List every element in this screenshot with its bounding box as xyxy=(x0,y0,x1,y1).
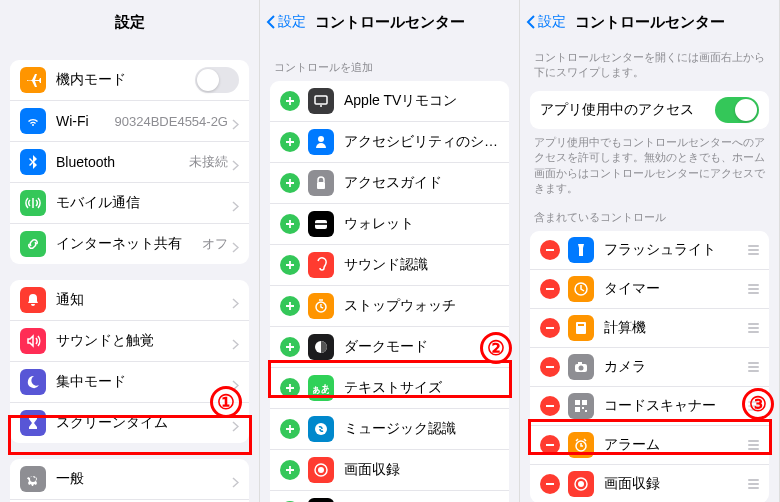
toggle[interactable] xyxy=(195,67,239,93)
reorder-handle[interactable] xyxy=(748,362,759,372)
row-label: ミュージック認識 xyxy=(344,420,499,438)
row-value: 未接続 xyxy=(189,153,228,171)
control-row[interactable]: アラーム xyxy=(530,426,769,465)
reorder-handle[interactable] xyxy=(748,440,759,450)
row-label: Apple TVリモコン xyxy=(344,92,499,110)
row-label: 機内モード xyxy=(56,71,195,89)
control-row[interactable]: ウォレット xyxy=(270,204,509,245)
access-while-using-apps-row[interactable]: アプリ使用中のアクセス xyxy=(530,91,769,129)
remove-button[interactable] xyxy=(540,357,560,377)
row-label: アクセシビリティのショート… xyxy=(344,133,499,151)
antenna-icon xyxy=(20,190,46,216)
back-button[interactable]: 設定 xyxy=(266,13,306,31)
control-row[interactable]: ストップウォッチ xyxy=(270,286,509,327)
camera-icon xyxy=(568,354,594,380)
svg-point-11 xyxy=(318,136,324,142)
control-row[interactable]: カメラ xyxy=(530,348,769,387)
row-label: アラーム xyxy=(604,436,748,454)
row-label: モバイル通信 xyxy=(56,194,232,212)
remove-button[interactable] xyxy=(540,435,560,455)
row-label: 通知 xyxy=(56,291,232,309)
chevron-right-icon xyxy=(232,239,239,250)
settings-row[interactable]: Bluetooth未接続 xyxy=(10,142,249,183)
page-title: 設定 xyxy=(115,13,145,32)
description: アプリ使用中でもコントロールセンターへのアクセスを許可します。無効のときでも、ホ… xyxy=(520,129,779,197)
reorder-handle[interactable] xyxy=(748,284,759,294)
add-button[interactable] xyxy=(280,132,300,152)
remove-button[interactable] xyxy=(540,474,560,494)
row-label: タイマー xyxy=(604,280,748,298)
control-row[interactable]: 画面収録 xyxy=(270,450,509,491)
reorder-handle[interactable] xyxy=(748,245,759,255)
tv-icon xyxy=(308,88,334,114)
control-row[interactable]: サウンド認識 xyxy=(270,245,509,286)
add-button[interactable] xyxy=(280,337,300,357)
page-title: コントロールセンター xyxy=(575,13,725,32)
row-label: 一般 xyxy=(56,470,232,488)
badge-3: ③ xyxy=(742,388,774,420)
back-button[interactable]: 設定 xyxy=(526,13,566,31)
add-button[interactable] xyxy=(280,378,300,398)
control-center-panel: 設定 コントロールセンター コントロールセンターを開くには画面右上から下にスワイ… xyxy=(520,0,780,502)
row-label: 画面収録 xyxy=(604,475,748,493)
darkmode-icon xyxy=(308,334,334,360)
settings-row[interactable]: Wi-Fi90324BDE4554-2G xyxy=(10,101,249,142)
reorder-handle[interactable] xyxy=(748,479,759,489)
control-row[interactable]: コードスキャナー xyxy=(530,387,769,426)
svg-rect-36 xyxy=(585,410,587,412)
row-label: 画面収録 xyxy=(344,461,499,479)
row-label: カメラ xyxy=(604,358,748,376)
remove-button[interactable] xyxy=(540,396,560,416)
svg-rect-31 xyxy=(578,362,582,364)
row-label: 計算機 xyxy=(604,319,748,337)
svg-point-20 xyxy=(318,467,324,473)
flashlight-icon xyxy=(568,237,594,263)
remove-button[interactable] xyxy=(540,318,560,338)
control-row[interactable]: ぁあテキストサイズ xyxy=(270,368,509,409)
control-row[interactable]: 計算機 xyxy=(530,309,769,348)
hourglass-icon xyxy=(20,410,46,436)
add-button[interactable] xyxy=(280,173,300,193)
settings-row[interactable]: サウンドと触覚 xyxy=(10,321,249,362)
add-button[interactable] xyxy=(280,296,300,316)
remove-button[interactable] xyxy=(540,279,560,299)
add-button[interactable] xyxy=(280,419,300,439)
row-label: コードスキャナー xyxy=(604,397,748,415)
control-row[interactable]: 拡大鏡 xyxy=(270,491,509,502)
control-row[interactable]: アクセシビリティのショート… xyxy=(270,122,509,163)
settings-row[interactable]: インターネット共有オフ xyxy=(10,224,249,264)
row-label: ウォレット xyxy=(344,215,499,233)
add-button[interactable] xyxy=(280,460,300,480)
chevron-right-icon xyxy=(232,377,239,388)
control-row[interactable]: Apple TVリモコン xyxy=(270,81,509,122)
row-label: スクリーンタイム xyxy=(56,414,232,432)
control-row[interactable]: アクセスガイド xyxy=(270,163,509,204)
settings-row[interactable]: 通知 xyxy=(10,280,249,321)
svg-point-39 xyxy=(578,481,584,487)
section-header: コントロールを追加 xyxy=(260,60,519,81)
remove-button[interactable] xyxy=(540,240,560,260)
reorder-handle[interactable] xyxy=(748,323,759,333)
gear-icon xyxy=(20,466,46,492)
settings-row[interactable]: 機内モード xyxy=(10,60,249,101)
wallet-icon xyxy=(308,211,334,237)
settings-row[interactable]: 一般 xyxy=(10,459,249,500)
add-button[interactable] xyxy=(280,91,300,111)
alarm-icon xyxy=(568,432,594,458)
access-toggle[interactable] xyxy=(715,97,759,123)
svg-rect-14 xyxy=(315,223,327,225)
control-row[interactable]: ミュージック認識 xyxy=(270,409,509,450)
magnify-icon xyxy=(308,498,334,502)
row-value: オフ xyxy=(202,235,228,253)
control-row[interactable]: ダークモード xyxy=(270,327,509,368)
control-row[interactable]: フラッシュライト xyxy=(530,231,769,270)
record-icon xyxy=(568,471,594,497)
control-row[interactable]: タイマー xyxy=(530,270,769,309)
settings-row[interactable]: モバイル通信 xyxy=(10,183,249,224)
add-button[interactable] xyxy=(280,255,300,275)
header: 設定 コントロールセンター xyxy=(520,0,779,44)
chevron-right-icon xyxy=(232,295,239,306)
row-label: テキストサイズ xyxy=(344,379,499,397)
control-row[interactable]: 画面収録 xyxy=(530,465,769,502)
add-button[interactable] xyxy=(280,214,300,234)
